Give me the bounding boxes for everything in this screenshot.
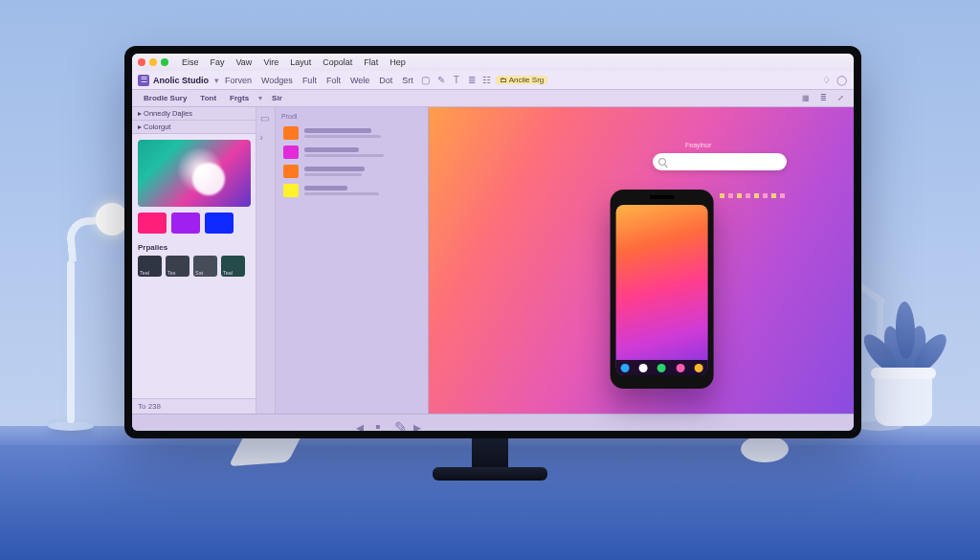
tool-pen-icon[interactable]: ✎	[434, 74, 448, 87]
palette-swatch[interactable]: Teal	[221, 256, 245, 277]
swatch-row	[132, 213, 256, 239]
design-canvas[interactable]: Feayinor	[429, 107, 854, 414]
layer-name-bar	[304, 167, 365, 171]
bottom-toolbar: ◂ ▪ ✎ ▸	[132, 414, 854, 431]
phone-mockup[interactable]	[611, 190, 714, 389]
canvas-search-pill[interactable]: Feayinor	[653, 153, 787, 170]
stop-icon[interactable]: ▪	[375, 418, 385, 428]
layer-sub-bar	[304, 192, 379, 195]
gradient-preview[interactable]	[138, 140, 251, 207]
os-titlebar: Eise Fay Vaw Vire Layut Copolat Flat Hep	[132, 54, 854, 71]
osmenu-item[interactable]: Vaw	[233, 57, 256, 67]
monitor-stand	[433, 433, 547, 481]
left-sidebar: ▸ Onnedly Dajles ▸ Colorgut Prpalies Tea…	[132, 107, 256, 414]
secondary-toolbar: Brodle Sury Tont Frgts ▾ Sir ▦ ≣ ⤢	[132, 90, 854, 107]
palette-swatch[interactable]: Sat	[193, 256, 217, 277]
osmenu-item[interactable]: Layut	[286, 57, 315, 67]
swatch-tag: Sat	[195, 270, 203, 276]
appmenu-item[interactable]: Srt	[398, 76, 417, 85]
play-icon[interactable]: ▸	[413, 418, 423, 428]
window-controls	[138, 58, 168, 66]
screen: Eise Fay Vaw Vire Layut Copolat Flat Hep…	[132, 54, 854, 431]
expand-icon[interactable]: ⤢	[835, 93, 846, 104]
nav-dot-icon[interactable]	[621, 364, 630, 372]
swatch-tag: Tes	[167, 270, 176, 276]
appmenu-item[interactable]: Folt	[323, 76, 345, 85]
tab-item[interactable]: Tont	[196, 93, 220, 103]
osmenu-item[interactable]: Vire	[259, 57, 282, 67]
palette-row: Teal Tes Sat Teal	[132, 254, 256, 279]
sidebar-section-label: Onnedly Dajles	[144, 109, 192, 118]
chevron-right-icon[interactable]: ›	[260, 132, 272, 144]
color-swatch[interactable]	[171, 213, 200, 234]
nav-dot-icon[interactable]	[676, 364, 684, 372]
app-chip-label: Anclie Srg	[509, 76, 544, 84]
swatch-tag: Teal	[140, 270, 149, 276]
tool-align-icon[interactable]: ☷	[480, 74, 494, 87]
minimize-icon[interactable]	[149, 58, 157, 66]
app-chip[interactable]: 🗀 Anclie Srg	[496, 76, 547, 84]
app-title: Anolic Studio	[153, 76, 209, 85]
decor-lamp-left	[29, 211, 105, 431]
tool-text-icon[interactable]: T	[450, 74, 463, 87]
nav-dot-icon[interactable]	[657, 364, 666, 372]
edit-icon[interactable]: ✎	[394, 418, 404, 428]
osmenu-item[interactable]: Fay	[207, 57, 229, 67]
select-tool-icon[interactable]: ▭	[260, 113, 272, 124]
main-area: ▸ Onnedly Dajles ▸ Colorgut Prpalies Tea…	[132, 107, 854, 414]
search-icon	[658, 158, 666, 166]
appmenu-item[interactable]: Fult	[299, 76, 321, 85]
layer-row[interactable]	[281, 123, 422, 143]
layer-name-bar	[304, 147, 359, 152]
phone-notch	[650, 195, 675, 199]
nav-dot-icon[interactable]	[694, 364, 702, 372]
appmenu-item[interactable]: Forven	[221, 76, 256, 85]
layer-row[interactable]	[281, 143, 422, 162]
tab-item[interactable]: Sir	[268, 93, 286, 103]
layer-row[interactable]	[281, 181, 422, 200]
tool-square-icon[interactable]: ▢	[419, 74, 433, 87]
color-swatch[interactable]	[138, 213, 167, 234]
tool-layers-icon[interactable]: ≣	[465, 74, 479, 87]
sidebar-section[interactable]: ▸ Colorgut	[132, 121, 256, 134]
sidebar-section[interactable]: ▸ Onnedly Dajles	[132, 107, 256, 121]
palette-swatch[interactable]: Teal	[138, 256, 162, 277]
close-icon[interactable]	[138, 58, 145, 66]
layer-sub-bar	[304, 154, 384, 157]
appmenu-item[interactable]: Dot	[375, 76, 396, 85]
prev-icon[interactable]: ◂	[356, 418, 366, 428]
osmenu-item[interactable]: Hep	[386, 57, 410, 67]
layer-thumb	[283, 184, 299, 197]
layer-thumb	[283, 165, 299, 178]
layer-name-bar	[304, 128, 371, 133]
appmenu-item[interactable]: Wodges	[257, 76, 297, 85]
layer-thumb	[283, 146, 299, 159]
search-label: Feayinor	[685, 142, 711, 148]
grid-icon[interactable]: ▦	[800, 93, 812, 104]
tab-item[interactable]: Brodle Sury	[140, 93, 190, 103]
user-icon[interactable]: ◯	[835, 74, 848, 87]
palette-swatch[interactable]: Tes	[166, 256, 189, 277]
tool-gutter: ▭ ›	[256, 107, 276, 414]
list-icon[interactable]: ≣	[817, 93, 829, 104]
bell-icon[interactable]: ♢	[819, 74, 833, 87]
appmenu-item[interactable]: Wele	[346, 76, 373, 85]
properties-label: Prpalies	[132, 239, 256, 254]
tab-item[interactable]: Frgts	[226, 93, 253, 103]
layers-header: Prodl	[281, 113, 422, 120]
layer-sub-bar	[304, 135, 381, 138]
osmenu-item[interactable]: Copolat	[319, 57, 356, 67]
app-logo-icon: ☰	[138, 75, 149, 86]
color-swatch[interactable]	[205, 213, 234, 234]
phone-screen	[616, 205, 708, 375]
layer-row[interactable]	[281, 162, 422, 181]
phone-navbar	[616, 360, 708, 375]
nav-dot-icon[interactable]	[639, 364, 648, 372]
osmenu-item[interactable]: Eise	[178, 57, 203, 67]
osmenu-item[interactable]: Flat	[360, 57, 382, 67]
canvas-decoration	[720, 193, 785, 198]
zoom-icon[interactable]	[161, 58, 168, 66]
decor-plant	[846, 292, 961, 426]
decor-mouse	[741, 436, 789, 462]
status-text: To 238	[132, 398, 256, 414]
